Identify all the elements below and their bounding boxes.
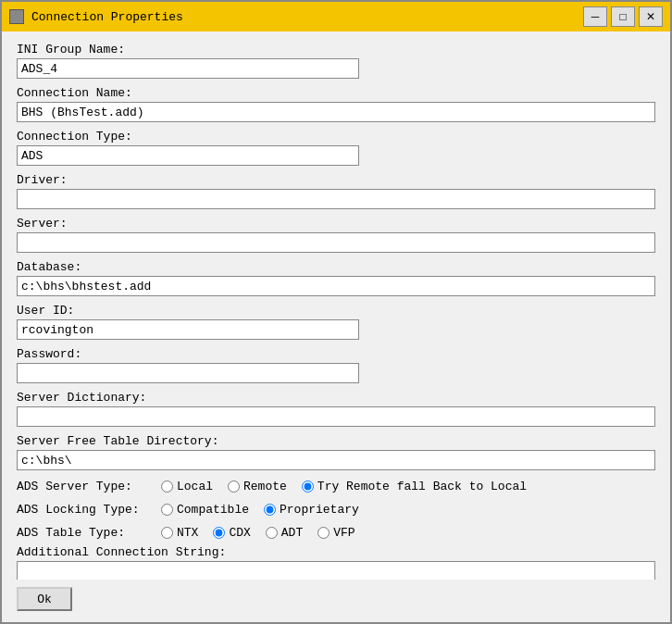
table-vfp-radio[interactable] bbox=[317, 527, 330, 539]
title-bar-buttons: ─ □ ✕ bbox=[583, 6, 663, 27]
locking-compatible-label: Compatible bbox=[177, 503, 249, 517]
ads-server-type-label: ADS Server Type: bbox=[17, 480, 146, 493]
password-input[interactable] bbox=[17, 363, 359, 383]
server-dictionary-label: Server Dictionary: bbox=[17, 391, 655, 405]
server-type-local-item[interactable]: Local bbox=[161, 480, 213, 493]
user-id-input[interactable] bbox=[17, 319, 359, 340]
window-title: Connection Properties bbox=[31, 10, 583, 24]
server-input[interactable] bbox=[17, 232, 655, 253]
ads-locking-type-group: ADS Locking Type: Compatible Proprietary bbox=[17, 503, 655, 517]
table-ntx-item[interactable]: NTX bbox=[161, 526, 198, 540]
database-field: Database: bbox=[17, 260, 655, 296]
locking-proprietary-item[interactable]: Proprietary bbox=[264, 503, 359, 517]
table-vfp-label: VFP bbox=[333, 526, 355, 540]
table-vfp-item[interactable]: VFP bbox=[317, 526, 355, 540]
ads-locking-type-label: ADS Locking Type: bbox=[17, 503, 146, 517]
user-id-label: User ID: bbox=[17, 304, 655, 318]
server-field: Server: bbox=[17, 217, 655, 253]
table-cdx-item[interactable]: CDX bbox=[213, 526, 250, 540]
content-area: INI Group Name: Connection Name: Connect… bbox=[2, 31, 670, 580]
table-adt-item[interactable]: ADT bbox=[266, 526, 303, 540]
ads-table-type-group: ADS Table Type: NTX CDX ADT VFP bbox=[17, 526, 655, 540]
server-type-remote-radio[interactable] bbox=[228, 480, 240, 493]
connection-name-label: Connection Name: bbox=[17, 86, 655, 100]
connection-name-field: Connection Name: bbox=[17, 86, 655, 122]
connection-type-field: Connection Type: bbox=[17, 130, 655, 166]
connection-properties-window: Connection Properties ─ □ ✕ INI Group Na… bbox=[0, 0, 672, 624]
server-type-try-remote-radio[interactable] bbox=[302, 480, 314, 493]
ini-group-name-field: INI Group Name: bbox=[17, 43, 655, 79]
server-free-table-field: Server Free Table Directory: bbox=[17, 434, 655, 470]
ads-server-type-group: ADS Server Type: Local Remote Try Remote… bbox=[17, 480, 655, 493]
server-type-remote-label: Remote bbox=[243, 480, 287, 493]
maximize-button[interactable]: □ bbox=[611, 6, 635, 27]
driver-label: Driver: bbox=[17, 173, 655, 187]
locking-proprietary-label: Proprietary bbox=[280, 503, 359, 517]
server-type-local-label: Local bbox=[177, 480, 213, 493]
table-cdx-radio[interactable] bbox=[213, 527, 225, 539]
database-input[interactable] bbox=[17, 276, 655, 296]
additional-connection-label: Additional Connection String: bbox=[17, 545, 655, 559]
table-cdx-label: CDX bbox=[229, 526, 250, 540]
close-button[interactable]: ✕ bbox=[639, 6, 663, 27]
minimize-button[interactable]: ─ bbox=[583, 6, 607, 27]
driver-field: Driver: bbox=[17, 173, 655, 209]
footer: Ok bbox=[2, 580, 670, 622]
server-free-table-input[interactable] bbox=[17, 450, 655, 470]
password-field: Password: bbox=[17, 347, 655, 383]
server-type-remote-item[interactable]: Remote bbox=[228, 480, 287, 493]
locking-compatible-radio[interactable] bbox=[161, 504, 173, 516]
ini-group-name-label: INI Group Name: bbox=[17, 43, 655, 56]
additional-connection-field: Additional Connection String: bbox=[17, 545, 655, 580]
connection-type-input[interactable] bbox=[17, 145, 359, 166]
connection-name-input[interactable] bbox=[17, 102, 655, 122]
additional-connection-input[interactable] bbox=[17, 561, 655, 580]
database-label: Database: bbox=[17, 260, 655, 274]
server-type-try-remote-item[interactable]: Try Remote fall Back to Local bbox=[302, 480, 527, 493]
server-dictionary-input[interactable] bbox=[17, 406, 655, 427]
server-free-table-label: Server Free Table Directory: bbox=[17, 434, 655, 448]
table-adt-radio[interactable] bbox=[266, 527, 278, 539]
locking-compatible-item[interactable]: Compatible bbox=[161, 503, 249, 517]
title-bar: Connection Properties ─ □ ✕ bbox=[2, 2, 670, 31]
server-label: Server: bbox=[17, 217, 655, 231]
user-id-field: User ID: bbox=[17, 304, 655, 340]
table-ntx-radio[interactable] bbox=[161, 527, 173, 539]
table-ntx-label: NTX bbox=[177, 526, 198, 540]
ok-button[interactable]: Ok bbox=[17, 587, 72, 611]
locking-proprietary-radio[interactable] bbox=[264, 504, 276, 516]
server-type-try-remote-label: Try Remote fall Back to Local bbox=[317, 480, 527, 493]
server-dictionary-field: Server Dictionary: bbox=[17, 391, 655, 427]
password-label: Password: bbox=[17, 347, 655, 361]
table-adt-label: ADT bbox=[281, 526, 303, 540]
driver-input[interactable] bbox=[17, 189, 655, 209]
ini-group-name-input[interactable] bbox=[17, 58, 359, 79]
server-type-local-radio[interactable] bbox=[161, 480, 173, 493]
connection-type-label: Connection Type: bbox=[17, 130, 655, 144]
ads-table-type-label: ADS Table Type: bbox=[17, 526, 146, 540]
window-icon bbox=[9, 9, 24, 24]
